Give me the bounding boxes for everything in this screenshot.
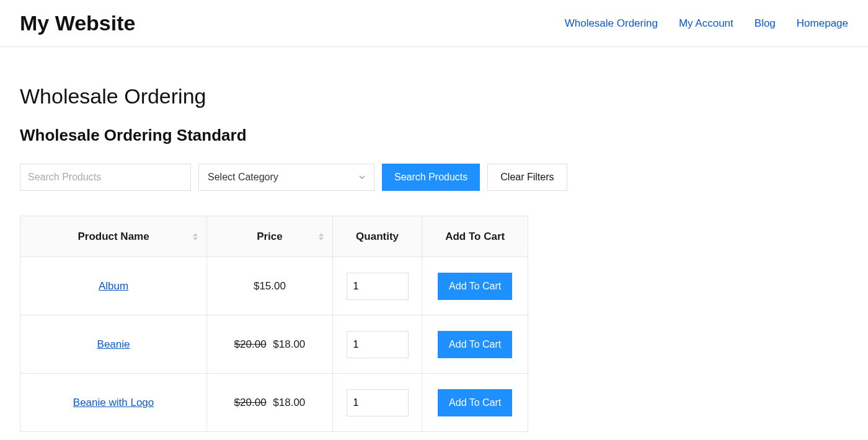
price-cell: $15.00 — [207, 257, 333, 315]
column-header-add-to-cart: Add To Cart — [422, 216, 528, 257]
table-row: Beanie with Logo $20.00 $18.00 Add To Ca… — [20, 374, 528, 432]
price-original: $20.00 — [234, 338, 267, 350]
site-header: My Website Wholesale Ordering My Account… — [0, 0, 868, 47]
search-input[interactable] — [20, 164, 191, 191]
chevron-down-icon — [359, 174, 365, 180]
table-row: Album $15.00 Add To Cart — [20, 257, 528, 315]
filter-bar: Select Category Search Products Clear Fi… — [20, 164, 848, 191]
category-select-label: Select Category — [208, 172, 359, 183]
search-products-button[interactable]: Search Products — [382, 164, 480, 191]
nav-link-blog[interactable]: Blog — [755, 17, 776, 30]
primary-nav: Wholesale Ordering My Account Blog Homep… — [565, 17, 848, 30]
category-select[interactable]: Select Category — [198, 164, 374, 191]
nav-link-my-account[interactable]: My Account — [679, 17, 733, 30]
price-original: $20.00 — [234, 397, 267, 408]
price-current: $18.00 — [273, 338, 305, 350]
column-label: Price — [257, 231, 283, 242]
nav-link-wholesale-ordering[interactable]: Wholesale Ordering — [565, 17, 658, 30]
product-link[interactable]: Beanie — [97, 338, 130, 350]
quantity-input[interactable] — [347, 331, 409, 358]
add-to-cart-button[interactable]: Add To Cart — [438, 389, 512, 416]
product-link[interactable]: Album — [99, 280, 128, 292]
table-header-row: Product Name Price Quantity — [20, 216, 528, 257]
quantity-input[interactable] — [347, 273, 409, 300]
products-table: Product Name Price Quantity — [20, 216, 528, 432]
section-title: Wholesale Ordering Standard — [20, 126, 848, 145]
sort-icon — [193, 233, 198, 240]
column-header-quantity: Quantity — [332, 216, 422, 257]
sort-icon — [319, 233, 324, 240]
site-title: My Website — [20, 11, 135, 35]
price-current: $15.00 — [254, 280, 286, 292]
column-header-price[interactable]: Price — [207, 216, 333, 257]
table-row: Beanie $20.00 $18.00 Add To Cart — [20, 315, 528, 374]
main-content: Wholesale Ordering Wholesale Ordering St… — [0, 47, 868, 440]
add-to-cart-button[interactable]: Add To Cart — [438, 273, 512, 300]
column-label: Quantity — [356, 231, 399, 242]
add-to-cart-button[interactable]: Add To Cart — [438, 331, 512, 358]
price-current: $18.00 — [273, 397, 305, 408]
column-label: Add To Cart — [445, 231, 505, 242]
column-label: Product Name — [78, 231, 149, 242]
price-cell: $20.00 $18.00 — [207, 374, 333, 432]
column-header-product-name[interactable]: Product Name — [20, 216, 207, 257]
price-cell: $20.00 $18.00 — [207, 315, 333, 374]
nav-link-homepage[interactable]: Homepage — [797, 17, 848, 30]
product-link[interactable]: Beanie with Logo — [73, 397, 154, 408]
clear-filters-button[interactable]: Clear Filters — [487, 164, 567, 191]
quantity-input[interactable] — [347, 389, 409, 416]
page-title: Wholesale Ordering — [20, 84, 848, 108]
